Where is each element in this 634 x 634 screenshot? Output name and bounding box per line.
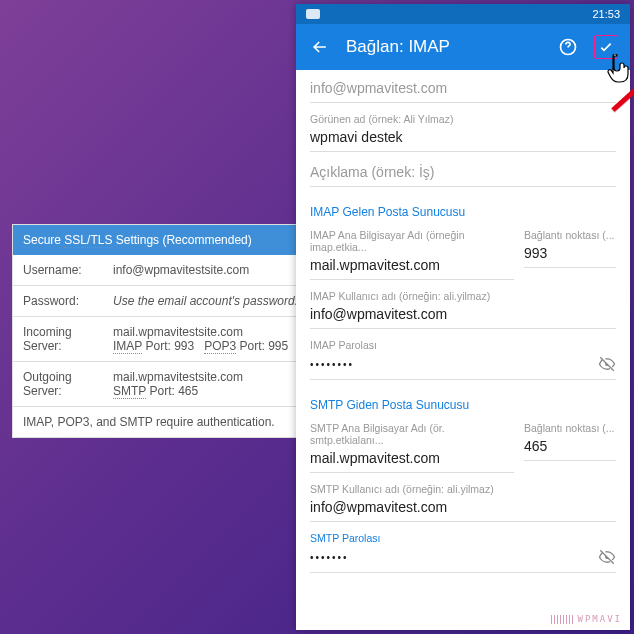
imap-user-input[interactable]: info@wpmavitest.com xyxy=(310,302,616,329)
displayname-label: Görünen ad (örnek: Ali Yılmaz) xyxy=(310,113,616,125)
eye-off-icon[interactable] xyxy=(598,355,616,373)
imap-port-input[interactable]: 993 xyxy=(524,241,616,268)
email-readonly: info@wpmavitest.com xyxy=(310,78,616,103)
eye-off-icon[interactable] xyxy=(598,548,616,566)
imap-host-input[interactable]: mail.wpmavitest.com xyxy=(310,253,514,280)
smtp-port-input[interactable]: 465 xyxy=(524,434,616,461)
cursor-pointer-icon xyxy=(606,54,632,84)
smtp-section-title: SMTP Giden Posta Sunucusu xyxy=(310,398,616,412)
smtp-host-input[interactable]: mail.wpmavitest.com xyxy=(310,446,514,473)
smtp-user-label: SMTP Kullanıcı adı (örneğin: ali.yilmaz) xyxy=(310,483,616,495)
description-input[interactable]: Açıklama (örnek: İş) xyxy=(310,152,616,187)
back-button[interactable] xyxy=(308,35,332,59)
watermark: WPMAVI xyxy=(551,614,622,624)
smtp-port-label: Bağlantı noktası (... xyxy=(524,422,616,434)
smtp-pw-input[interactable]: ••••••• xyxy=(310,544,616,573)
label-incoming: Incoming Server: xyxy=(23,325,113,353)
imap-host-label: IMAP Ana Bilgisayar Adı (örneğin imap.et… xyxy=(310,229,514,253)
imap-section-title: IMAP Gelen Posta Sunucusu xyxy=(310,205,616,219)
smtp-host-label: SMTP Ana Bilgisayar Adı (ör. smtp.etkial… xyxy=(310,422,514,446)
keyboard-icon xyxy=(306,9,320,19)
status-bar: 21:53 xyxy=(296,4,630,24)
app-title: Bağlan: IMAP xyxy=(346,37,542,57)
app-bar: Bağlan: IMAP xyxy=(296,24,630,70)
status-time: 21:53 xyxy=(592,8,620,20)
phone-screen: 21:53 Bağlan: IMAP info@wpmavitest.com G… xyxy=(296,4,630,630)
imap-pw-input[interactable]: •••••••• xyxy=(310,351,616,380)
imap-port-label: Bağlantı noktası (... xyxy=(524,229,616,241)
imap-pw-label: IMAP Parolası xyxy=(310,339,616,351)
label-username: Username: xyxy=(23,263,113,277)
label-password: Password: xyxy=(23,294,113,308)
phone-form: info@wpmavitest.com Görünen ad (örnek: A… xyxy=(296,70,630,630)
help-button[interactable] xyxy=(556,35,580,59)
smtp-user-input[interactable]: info@wpmavitest.com xyxy=(310,495,616,522)
smtp-pw-label: SMTP Parolası xyxy=(310,532,616,544)
imap-user-label: IMAP Kullanıcı adı (örneğin: ali.yilmaz) xyxy=(310,290,616,302)
label-outgoing: Outgoing Server: xyxy=(23,370,113,398)
displayname-input[interactable]: wpmavi destek xyxy=(310,125,616,152)
